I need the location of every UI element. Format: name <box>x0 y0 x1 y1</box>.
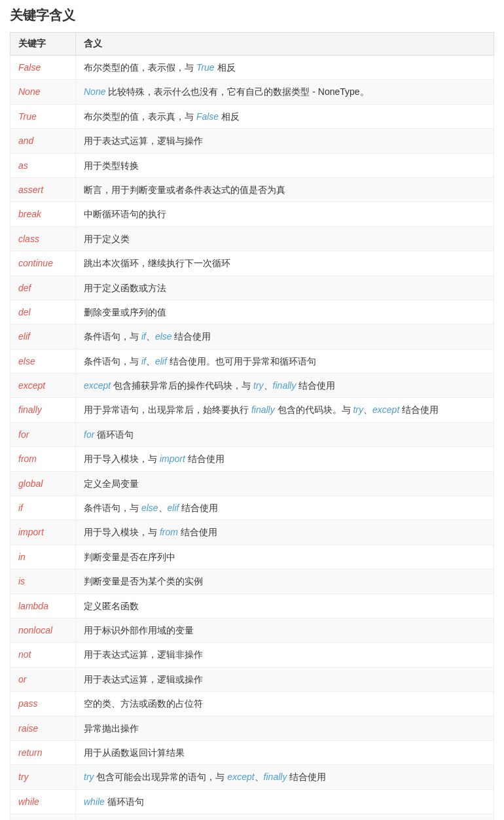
table-row: from用于导入模块，与 import 结合使用 <box>10 447 494 471</box>
meaning-cell: 用于类型转换 <box>76 153 494 177</box>
table-row: pass空的类、方法或函数的占位符 <box>10 692 494 716</box>
keyword-cell: continue <box>10 251 76 276</box>
keyword-cell: import <box>10 520 76 544</box>
keyword-cell: nonlocal <box>10 618 76 642</box>
keyword-cell: except <box>10 374 76 398</box>
keyword-cell: in <box>10 544 76 569</box>
inline-keyword: for <box>84 429 94 440</box>
inline-keyword: elif <box>168 503 179 513</box>
table-row: whilewhile 循环语句 <box>10 789 494 813</box>
table-row: forfor 循环语句 <box>10 422 494 446</box>
meaning-cell: 定义全局变量 <box>76 471 494 495</box>
keyword-cell: and <box>10 129 76 153</box>
keyword-cell: as <box>10 153 76 177</box>
meaning-cell: 中断循环语句的执行 <box>76 202 494 226</box>
inline-keyword: None <box>84 86 105 97</box>
inline-keyword: else <box>141 503 158 513</box>
inline-keyword: finally <box>251 404 275 415</box>
table-row: else条件语句，与 if、elif 结合使用。也可用于异常和循环语句 <box>10 349 494 373</box>
table-row: and用于表达式运算，逻辑与操作 <box>10 129 494 153</box>
inline-keyword: False <box>196 111 219 122</box>
meaning-cell: 定义匿名函数 <box>76 594 494 618</box>
keyword-cell: del <box>10 300 76 324</box>
table-row: break中断循环语句的执行 <box>10 202 494 226</box>
inline-keyword: try <box>84 772 94 782</box>
meaning-cell: 判断变量是否在序列中 <box>76 544 494 569</box>
table-row: nonlocal用于标识外部作用域的变量 <box>10 618 494 642</box>
keyword-cell: assert <box>10 177 76 202</box>
meaning-cell: 用于定义函数或方法 <box>76 276 494 300</box>
table-row: global定义全局变量 <box>10 471 494 495</box>
meaning-cell: 简化 Python 的语句 <box>76 814 494 820</box>
table-row: True布尔类型的值，表示真，与 False 相反 <box>10 104 494 128</box>
inline-keyword: except <box>372 404 399 415</box>
table-row: or用于表达式运算，逻辑或操作 <box>10 667 494 691</box>
table-row: in判断变量是否在序列中 <box>10 544 494 569</box>
table-row: assert断言，用于判断变量或者条件表达式的值是否为真 <box>10 177 494 202</box>
table-row: class用于定义类 <box>10 226 494 251</box>
table-row: lambda定义匿名函数 <box>10 594 494 618</box>
keyword-cell: True <box>10 104 76 128</box>
meaning-cell: 用于标识外部作用域的变量 <box>76 618 494 642</box>
table-row: if条件语句，与 else、elif 结合使用 <box>10 496 494 520</box>
meaning-cell: 用于表达式运算，逻辑与操作 <box>76 129 494 153</box>
table-row: exceptexcept 包含捕获异常后的操作代码块，与 try、finally… <box>10 374 494 398</box>
inline-keyword: import <box>160 454 185 464</box>
meaning-cell: 用于异常语句，出现异常后，始终要执行 finally 包含的代码块。与 try、… <box>76 398 494 422</box>
table-body: False布尔类型的值，表示假，与 True 相反NoneNone 比较特殊，表… <box>10 56 494 821</box>
meaning-cell: None 比较特殊，表示什么也没有，它有自己的数据类型 - NoneType。 <box>76 80 494 104</box>
keyword-cell: with <box>10 814 76 820</box>
meaning-cell: 用于导入模块，与 from 结合使用 <box>76 520 494 544</box>
table-row: not用于表达式运算，逻辑非操作 <box>10 643 494 667</box>
inline-keyword: else <box>155 331 172 342</box>
table-row: finally用于异常语句，出现异常后，始终要执行 finally 包含的代码块… <box>10 398 494 422</box>
table-row: trytry 包含可能会出现异常的语句，与 except、finally 结合使… <box>10 765 494 789</box>
keyword-cell: is <box>10 569 76 594</box>
meaning-cell: 条件语句，与 if、else 结合使用 <box>76 325 494 349</box>
inline-keyword: try <box>253 380 264 391</box>
keyword-cell: finally <box>10 398 76 422</box>
keyword-cell: def <box>10 276 76 300</box>
table-row: False布尔类型的值，表示假，与 True 相反 <box>10 56 494 80</box>
meaning-cell: 用于表达式运算，逻辑或操作 <box>76 667 494 691</box>
keyword-cell: try <box>10 765 76 789</box>
meaning-cell: 空的类、方法或函数的占位符 <box>76 692 494 716</box>
keyword-cell: if <box>10 496 76 520</box>
table-row: is判断变量是否为某个类的实例 <box>10 569 494 594</box>
table-header: 关键字 含义 <box>10 33 494 56</box>
table-row: import用于导入模块，与 from 结合使用 <box>10 520 494 544</box>
table-row: as用于类型转换 <box>10 153 494 177</box>
table-row: def用于定义函数或方法 <box>10 276 494 300</box>
col-meaning-header: 含义 <box>76 33 494 56</box>
meaning-cell: 断言，用于判断变量或者条件表达式的值是否为真 <box>76 177 494 202</box>
inline-keyword: while <box>84 796 105 807</box>
keyword-cell: elif <box>10 325 76 349</box>
inline-keyword: finally <box>273 380 297 391</box>
keyword-cell: else <box>10 349 76 373</box>
table-row: continue跳出本次循环，继续执行下一次循环 <box>10 251 494 276</box>
keyword-cell: None <box>10 80 76 104</box>
meaning-cell: 布尔类型的值，表示真，与 False 相反 <box>76 104 494 128</box>
table-row: return用于从函数返回计算结果 <box>10 740 494 764</box>
meaning-cell: 布尔类型的值，表示假，与 True 相反 <box>76 56 494 80</box>
inline-keyword: if <box>141 331 146 342</box>
inline-keyword: try <box>353 404 363 415</box>
keyword-cell: global <box>10 471 76 495</box>
inline-keyword: elif <box>155 356 167 366</box>
meaning-cell: 条件语句，与 if、elif 结合使用。也可用于异常和循环语句 <box>76 349 494 373</box>
keyword-cell: False <box>10 56 76 80</box>
meaning-cell: 跳出本次循环，继续执行下一次循环 <box>76 251 494 276</box>
keyword-cell: return <box>10 740 76 764</box>
inline-keyword: except <box>227 772 254 782</box>
meaning-cell: 用于从函数返回计算结果 <box>76 740 494 764</box>
table-row: elif条件语句，与 if、else 结合使用 <box>10 325 494 349</box>
meaning-cell: 用于定义类 <box>76 226 494 251</box>
meaning-cell: 用于导入模块，与 import 结合使用 <box>76 447 494 471</box>
inline-keyword: if <box>141 356 146 366</box>
table-row: raise异常抛出操作 <box>10 716 494 740</box>
meaning-cell: 用于表达式运算，逻辑非操作 <box>76 643 494 667</box>
keyword-cell: or <box>10 667 76 691</box>
meaning-cell: for 循环语句 <box>76 422 494 446</box>
keyword-cell: raise <box>10 716 76 740</box>
table-row: with简化 Python 的语句 <box>10 814 494 820</box>
